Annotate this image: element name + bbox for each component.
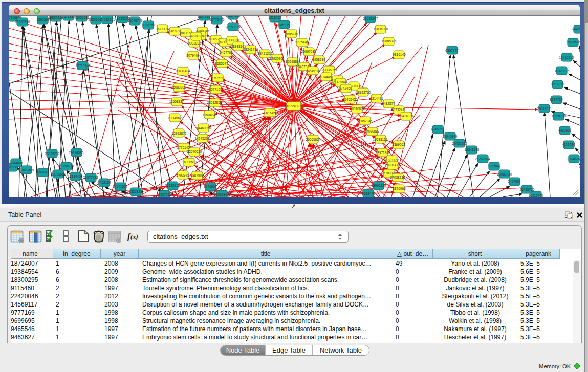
svg-text:13732411: 13732411: [391, 108, 406, 112]
svg-text:22093651: 22093651: [51, 172, 66, 176]
svg-text:13045349: 13045349: [443, 135, 458, 138]
svg-text:9875847: 9875847: [488, 164, 501, 168]
svg-text:7452134: 7452134: [98, 181, 111, 184]
svg-text:2457954: 2457954: [508, 180, 521, 183]
svg-text:24641507: 24641507: [113, 185, 128, 188]
svg-text:19523409: 19523409: [19, 168, 34, 172]
svg-text:20031404: 20031404: [176, 69, 190, 73]
svg-text:23936053: 23936053: [322, 68, 337, 72]
svg-text:24532561: 24532561: [100, 18, 115, 21]
svg-text:14275203: 14275203: [195, 137, 210, 140]
svg-text:20772475: 20772475: [210, 18, 225, 21]
svg-text:21439044: 21439044: [333, 80, 348, 84]
svg-text:20615450: 20615450: [263, 111, 277, 115]
svg-text:2537611: 2537611: [159, 193, 171, 196]
svg-text:4429607: 4429607: [558, 128, 572, 132]
svg-text:26065624: 26065624: [306, 138, 321, 141]
svg-text:6457765: 6457765: [220, 51, 233, 54]
svg-text:13421212: 13421212: [258, 52, 273, 55]
svg-text:8224730: 8224730: [550, 98, 563, 101]
svg-text:20372723: 20372723: [83, 176, 98, 179]
svg-text:25025631: 25025631: [75, 16, 90, 19]
svg-text:28575119: 28575119: [211, 76, 226, 80]
svg-text:19832259: 19832259: [49, 16, 63, 19]
svg-text:4245263: 4245263: [431, 127, 444, 131]
svg-text:19688132: 19688132: [373, 138, 388, 141]
svg-text:13241736: 13241736: [244, 48, 258, 51]
svg-text:24549181: 24549181: [306, 69, 321, 73]
svg-text:13748244: 13748244: [567, 157, 580, 161]
svg-text:8369062: 8369062: [392, 143, 405, 146]
svg-text:2077105: 2077105: [209, 87, 222, 91]
svg-text:16396513: 16396513: [182, 160, 197, 164]
svg-text:3644095: 3644095: [10, 161, 23, 165]
svg-text:28082730: 28082730: [497, 172, 512, 176]
svg-text:29281417: 29281417: [385, 163, 400, 167]
svg-text:23188315: 23188315: [165, 184, 180, 187]
svg-text:28012854: 28012854: [207, 101, 222, 104]
svg-text:9887903: 9887903: [190, 173, 204, 177]
svg-text:23971842: 23971842: [376, 151, 390, 155]
svg-text:19836388: 19836388: [374, 27, 388, 31]
svg-text:7671884: 7671884: [62, 16, 75, 18]
svg-text:15076749: 15076749: [128, 19, 143, 23]
svg-text:12416912: 12416912: [559, 56, 574, 59]
svg-text:10323815: 10323815: [555, 69, 570, 73]
svg-text:26461350: 26461350: [277, 23, 292, 27]
svg-text:26618611: 26618611: [537, 107, 552, 111]
svg-text:28830202: 28830202: [45, 152, 60, 156]
svg-text:28159979: 28159979: [226, 25, 241, 29]
svg-text:12294238: 12294238: [552, 114, 567, 118]
svg-text:25465435: 25465435: [343, 98, 358, 101]
svg-text:21200396: 21200396: [15, 20, 30, 24]
svg-text:4112034: 4112034: [562, 143, 575, 146]
svg-text:6357277: 6357277: [445, 49, 459, 52]
svg-text:3333883: 3333883: [129, 190, 142, 193]
svg-text:5188470: 5188470: [362, 192, 375, 195]
svg-text:6742460: 6742460: [339, 86, 352, 90]
svg-text:10334531: 10334531: [226, 16, 241, 17]
svg-text:2876966: 2876966: [393, 187, 406, 190]
svg-text:8396759: 8396759: [142, 23, 155, 27]
svg-text:29437192: 29437192: [452, 142, 467, 145]
svg-text:6482877: 6482877: [382, 102, 395, 105]
svg-text:8134562: 8134562: [168, 116, 182, 120]
svg-text:22992872: 22992872: [172, 132, 187, 135]
svg-text:1890399: 1890399: [36, 18, 50, 21]
svg-text:8079409: 8079409: [186, 54, 200, 57]
svg-text:19085076: 19085076: [382, 39, 397, 43]
svg-text:6217026: 6217026: [551, 82, 564, 86]
svg-text:5685216: 5685216: [285, 32, 298, 36]
svg-text:9983893: 9983893: [188, 41, 201, 45]
svg-text:16415740: 16415740: [529, 194, 543, 197]
svg-text:22330030: 22330030: [225, 38, 239, 42]
svg-text:9816145: 9816145: [393, 53, 406, 56]
svg-text:22570529: 22570529: [187, 150, 202, 154]
svg-text:3220921: 3220921: [190, 34, 203, 38]
svg-text:12541238: 12541238: [465, 148, 480, 151]
svg-text:10710248: 10710248: [76, 64, 91, 68]
svg-text:24425670: 24425670: [572, 27, 580, 31]
svg-text:11558837: 11558837: [169, 100, 184, 103]
svg-text:25997682: 25997682: [301, 50, 316, 53]
svg-text:21257684: 21257684: [475, 157, 490, 161]
svg-text:12920906: 12920906: [270, 57, 285, 60]
svg-text:24090883: 24090883: [365, 129, 380, 133]
svg-text:11584847: 11584847: [203, 113, 217, 117]
svg-text:16510878: 16510878: [350, 107, 365, 111]
svg-text:29914085: 29914085: [69, 151, 84, 155]
svg-text:8029889: 8029889: [286, 60, 299, 63]
svg-text:27038236: 27038236: [390, 176, 405, 179]
svg-text:13134457: 13134457: [68, 174, 83, 178]
svg-text:8646997: 8646997: [204, 185, 217, 188]
svg-text:18922760: 18922760: [356, 91, 371, 94]
svg-text:9958289: 9958289: [312, 58, 325, 61]
svg-text:3677374: 3677374: [156, 27, 169, 31]
svg-text:9275445: 9275445: [295, 40, 309, 44]
svg-text:1218062: 1218062: [268, 16, 281, 19]
svg-text:26939869: 26939869: [214, 193, 229, 196]
svg-text:22474828: 22474828: [399, 114, 413, 118]
svg-text:28038807: 28038807: [363, 17, 378, 20]
svg-text:5793975: 5793975: [176, 173, 189, 177]
svg-text:18724007: 18724007: [287, 104, 301, 108]
